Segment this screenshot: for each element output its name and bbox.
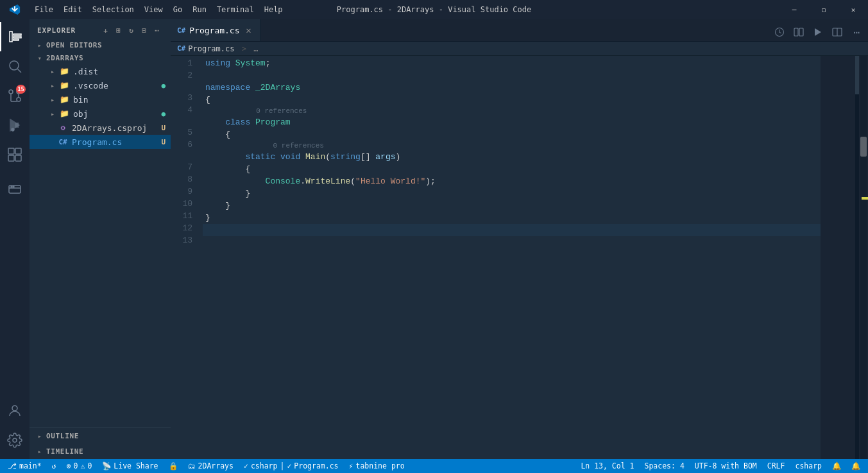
status-notifications[interactable]: 🔔 — [846, 459, 865, 473]
sidebar-header: EXPLORER + ⊞ ↻ ⊟ ⋯ — [30, 19, 171, 39]
activity-remote-explorer[interactable] — [0, 175, 30, 204]
pipe: | — [280, 461, 284, 470]
code-line-11: } — [203, 200, 821, 212]
file-item-program-cs[interactable]: C# Program.cs U — [30, 135, 171, 149]
activity-settings[interactable] — [0, 426, 30, 455]
section-project[interactable]: 2DARRAYS — [30, 51, 171, 64]
open-editors-history-button[interactable] — [770, 23, 788, 41]
menu-help[interactable]: Help — [259, 0, 288, 19]
menu-selection[interactable]: Selection — [87, 0, 139, 19]
file-name-status: Program.cs — [294, 461, 338, 470]
svg-point-11 — [12, 128, 14, 131]
tab-close-button[interactable]: ✕ — [244, 25, 254, 35]
split-editor-right-button[interactable] — [828, 23, 846, 41]
section-open-editors[interactable]: OPEN EDITORS — [30, 39, 171, 51]
outline-header[interactable]: OUTLINE — [30, 428, 171, 443]
status-liveshare[interactable]: 📡 Live Share — [97, 459, 163, 473]
collapse-all-button[interactable]: ⊟ — [139, 24, 150, 36]
breadcrumb-dots[interactable]: … — [253, 44, 258, 53]
status-lock[interactable]: 🔒 — [164, 459, 183, 473]
activity-accounts[interactable] — [0, 396, 30, 426]
new-file-button[interactable]: + — [100, 24, 112, 36]
status-errors[interactable]: ⊗ 0 ⚠ 0 — [62, 459, 98, 473]
feedback-icon: 🔔 — [832, 461, 841, 470]
lock-icon: 🔒 — [169, 461, 178, 470]
status-encoding[interactable]: UTF-8 with BOM — [690, 459, 762, 473]
file-item-bin[interactable]: 📁 bin — [30, 92, 171, 107]
status-language-check[interactable]: ✓ csharp | ✓ Program.cs — [239, 459, 344, 473]
split-editor-button[interactable] — [790, 23, 808, 41]
activity-extensions[interactable] — [0, 140, 30, 169]
dist-name: .dist — [73, 67, 171, 76]
file-item-csproj[interactable]: ⚙ 2DArrays.csproj U — [30, 121, 171, 135]
titlebar-menu: File Edit Selection View Go Run Terminal… — [0, 0, 288, 19]
activity-search[interactable] — [0, 51, 30, 81]
status-position[interactable]: Ln 13, Col 1 — [575, 459, 639, 473]
status-tabnine[interactable]: ⚡ tabnine pro — [344, 459, 410, 473]
liveshare-label: Live Share — [114, 461, 158, 470]
maximize-button[interactable]: ◻ — [809, 0, 838, 19]
status-branch[interactable]: ⎇ main* — [3, 459, 47, 473]
activity-source-control[interactable]: 15 — [0, 81, 30, 110]
explorer-menu-button[interactable]: ⋯ — [151, 24, 163, 36]
svg-rect-12 — [8, 148, 14, 154]
code-line-3: namespace _2DArrays — [203, 82, 821, 94]
code-line-7: static void Main(string[] args) — [203, 151, 821, 163]
vscode-badge: ● — [161, 82, 166, 90]
menu-run[interactable]: Run — [187, 0, 212, 19]
sidebar-content: OPEN EDITORS 2DARRAYS 📁 .dist 📁 — [30, 39, 171, 427]
activity-run-debug[interactable] — [0, 110, 30, 140]
code-line-13 — [203, 224, 821, 236]
code-line-4: { — [203, 94, 821, 106]
more-actions-button[interactable]: ⋯ — [847, 23, 865, 41]
error-icon: ⊗ — [67, 461, 71, 470]
obj-chevron — [47, 108, 58, 119]
activity-bottom — [0, 396, 30, 459]
code-line-2 — [203, 69, 821, 82]
code-line-1: using System; — [203, 57, 821, 69]
lang-csharp: csharp — [251, 461, 278, 470]
liveshare-icon: 📡 — [102, 461, 111, 470]
window-controls: ─ ◻ ✕ — [779, 0, 868, 19]
svg-point-18 — [11, 186, 12, 187]
code-line-12: } — [203, 212, 821, 224]
svg-point-19 — [13, 186, 14, 187]
activity-bar: 15 — [0, 19, 30, 459]
file-item-dist[interactable]: 📁 .dist — [30, 64, 171, 78]
svg-rect-13 — [15, 148, 21, 154]
encoding-label: UTF-8 with BOM — [695, 461, 757, 470]
file-item-vscode[interactable]: 📁 .vscode ● — [30, 78, 171, 92]
sidebar-bottom: OUTLINE TIMELINE — [30, 427, 171, 459]
breadcrumb-cs-icon: C# — [177, 44, 185, 53]
close-button[interactable]: ✕ — [838, 0, 868, 19]
file-item-obj[interactable]: 📁 obj ● — [30, 107, 171, 121]
error-count: 0 — [74, 461, 78, 470]
status-eol[interactable]: CRLF — [762, 459, 790, 473]
code-content[interactable]: using System; namespace _2DArrays { 0 re… — [203, 56, 821, 459]
status-feedback[interactable]: 🔔 — [827, 459, 846, 473]
new-folder-button[interactable]: ⊞ — [113, 24, 124, 36]
status-project[interactable]: 🗂 2DArrays — [183, 459, 239, 473]
minimize-button[interactable]: ─ — [779, 0, 809, 19]
activity-explorer[interactable] — [0, 22, 30, 51]
menu-view[interactable]: View — [139, 0, 168, 19]
menu-go[interactable]: Go — [168, 0, 187, 19]
status-sync[interactable]: ↺ — [47, 459, 62, 473]
project-name: 2DArrays — [198, 461, 234, 470]
code-editor[interactable]: 1 2 3 4 5 6 7 8 9 10 11 12 13 using — [171, 56, 868, 459]
menu-file[interactable]: File — [30, 0, 58, 19]
timeline-header[interactable]: TIMELINE — [30, 443, 171, 459]
status-lang-mode[interactable]: csharp — [790, 459, 827, 473]
branch-name: main* — [19, 461, 42, 470]
status-spaces[interactable]: Spaces: 4 — [640, 459, 690, 473]
menu-terminal[interactable]: Terminal — [212, 0, 259, 19]
refresh-explorer-button[interactable]: ↻ — [126, 24, 137, 36]
editor-tab-program-cs[interactable]: C# Program.cs ✕ — [171, 19, 261, 41]
editor-area: C# Program.cs ✕ — [171, 19, 868, 459]
code-line-9: Console.WriteLine("Hello World!"); — [203, 175, 821, 187]
run-button[interactable] — [809, 23, 827, 41]
menu-edit[interactable]: Edit — [58, 0, 87, 19]
lang-mode-label: csharp — [795, 461, 822, 470]
branch-icon: ⎇ — [8, 461, 17, 470]
breadcrumb-filename[interactable]: Program.cs — [188, 44, 234, 53]
